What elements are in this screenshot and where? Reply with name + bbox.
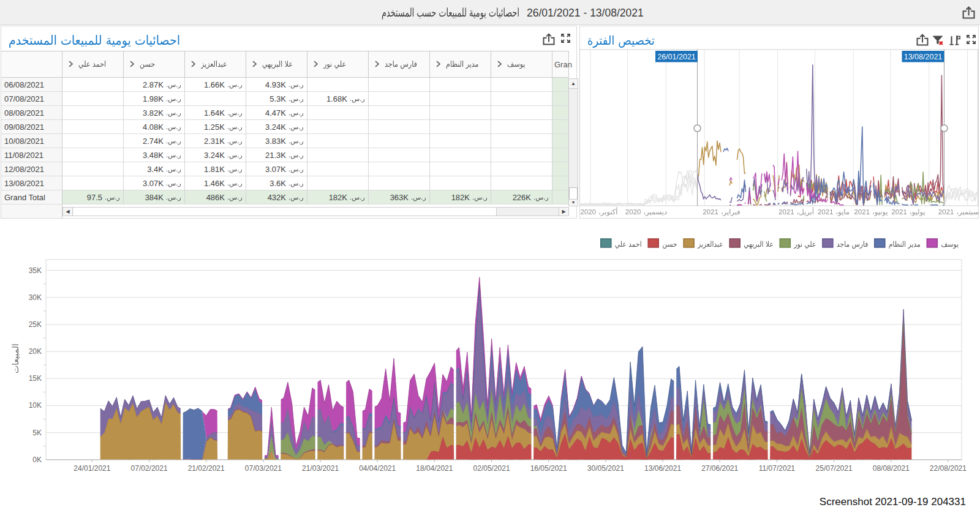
svg-text:13/08/2021: 13/08/2021 <box>904 53 943 61</box>
svg-text:26/01/2021: 26/01/2021 <box>657 53 696 61</box>
